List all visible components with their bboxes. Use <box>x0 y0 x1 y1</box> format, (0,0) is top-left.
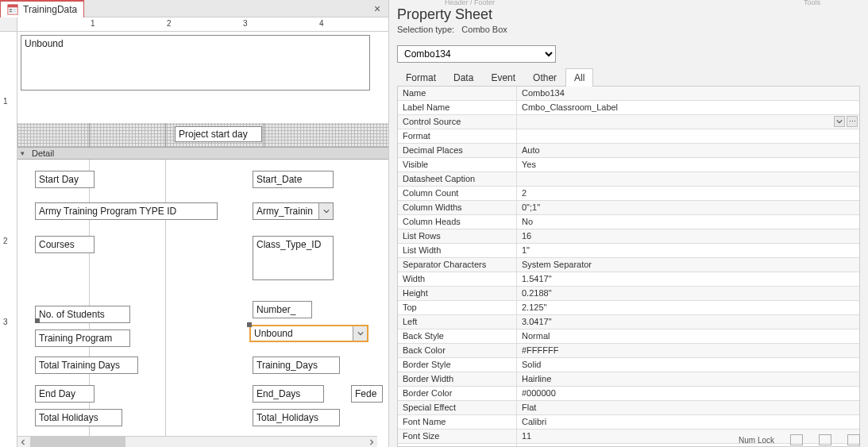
label-total-training-days[interactable]: Total Training Days <box>35 356 138 374</box>
label-no-students[interactable]: No. of Students <box>35 306 130 323</box>
horizontal-scrollbar[interactable] <box>17 436 377 447</box>
field-start-date[interactable]: Start_Date <box>253 171 334 188</box>
field-number[interactable]: Number_ <box>253 301 312 318</box>
property-row[interactable]: Decimal PlacesAuto <box>398 144 859 158</box>
resize-handle[interactable] <box>247 322 252 327</box>
close-tab-icon[interactable]: × <box>371 2 384 15</box>
property-value[interactable]: Normal <box>517 329 859 343</box>
property-row[interactable]: Border Color#000000 <box>398 387 859 401</box>
property-value[interactable]: Solid <box>517 358 859 372</box>
property-value[interactable]: ⋯ <box>517 115 859 129</box>
label-end-day[interactable]: End Day <box>35 385 95 403</box>
property-value[interactable]: Cmbo_Classroom_Label <box>517 101 859 114</box>
property-value[interactable]: Calibri <box>517 415 859 429</box>
view-icon-datasheet[interactable] <box>790 434 803 445</box>
view-icon-form[interactable] <box>819 434 831 445</box>
property-row[interactable]: Height0.2188" <box>398 287 859 301</box>
property-row[interactable]: Column HeadsNo <box>398 215 859 229</box>
label-start-day[interactable]: Start Day <box>35 171 95 188</box>
property-tab-other[interactable]: Other <box>524 68 565 87</box>
svg-rect-2 <box>10 9 13 10</box>
scroll-right-icon[interactable] <box>366 437 377 447</box>
property-row[interactable]: Border StyleSolid <box>398 358 859 372</box>
property-value[interactable]: 2 <box>517 187 859 200</box>
design-canvas[interactable]: Unbound Project start day ▾ Detail <box>17 32 388 447</box>
section-expand-icon[interactable]: ▾ <box>21 149 25 157</box>
object-selector-dropdown[interactable]: Combo134 <box>397 45 556 63</box>
label-training-program[interactable]: Training Program <box>35 329 130 347</box>
property-value[interactable]: Auto <box>517 144 859 157</box>
detail-section-bar[interactable]: ▾ Detail <box>17 147 388 160</box>
property-tab-format[interactable]: Format <box>397 68 445 87</box>
property-row[interactable]: Datasheet Caption <box>398 172 859 187</box>
property-row[interactable]: Font NameCalibri <box>398 415 859 430</box>
property-row[interactable]: List Width1" <box>398 244 859 258</box>
label-courses[interactable]: Courses <box>35 236 95 253</box>
property-row[interactable]: Special EffectFlat <box>398 401 859 415</box>
section-header-band[interactable]: Project start day <box>17 123 388 147</box>
property-value[interactable]: Hairline <box>517 372 859 386</box>
resize-handle[interactable] <box>35 318 40 323</box>
property-row[interactable]: Border WidthHairline <box>398 372 859 387</box>
detail-section[interactable]: Start Day Start_Date Army Training Progr… <box>17 160 388 436</box>
field-unbound-combo-selected[interactable]: Unbound <box>249 325 368 342</box>
property-tab-all[interactable]: All <box>565 68 593 87</box>
property-value[interactable]: Combo134 <box>517 87 859 100</box>
form-header-section[interactable]: Unbound <box>17 32 388 123</box>
vertical-ruler[interactable]: 1 2 3 <box>0 32 17 447</box>
dropdown-icon[interactable] <box>834 116 845 127</box>
field-army-training-combo[interactable]: Army_Trainin <box>253 202 334 220</box>
property-value[interactable]: Yes <box>517 158 859 171</box>
unbound-textbox-header[interactable]: Unbound <box>21 35 370 91</box>
property-value[interactable]: Flat <box>517 401 859 414</box>
property-grid[interactable]: NameCombo134Label NameCmbo_Classroom_Lab… <box>397 87 860 447</box>
property-row[interactable]: VisibleYes <box>398 158 859 172</box>
field-total-holidays[interactable]: Total_Holidays <box>253 409 340 426</box>
scrollbar-thumb[interactable] <box>30 437 125 447</box>
property-row[interactable]: Format <box>398 129 859 144</box>
property-value[interactable]: 1.5417" <box>517 272 859 286</box>
property-row[interactable]: Separator CharactersSystem Separator <box>398 258 859 272</box>
property-value[interactable]: #000000 <box>517 387 859 400</box>
property-row[interactable]: Width1.5417" <box>398 272 859 287</box>
property-value[interactable]: 2.125" <box>517 301 859 314</box>
property-value[interactable]: #FFFFFF <box>517 344 859 357</box>
scroll-left-icon[interactable] <box>17 437 29 447</box>
property-row[interactable]: Column Widths0";1" <box>398 201 859 215</box>
field-class-type-id[interactable]: Class_Type_ID <box>253 236 334 280</box>
ruler-corner[interactable] <box>0 17 17 32</box>
view-icon-layout[interactable] <box>847 434 860 445</box>
property-value[interactable]: 3.0417" <box>517 315 859 329</box>
label-total-holidays[interactable]: Total Holidays <box>35 409 122 426</box>
property-row[interactable]: Back Color#FFFFFF <box>398 344 859 358</box>
property-tab-event[interactable]: Event <box>482 68 524 87</box>
horizontal-ruler[interactable]: 1 2 3 4 <box>17 17 388 32</box>
property-value[interactable]: 16 <box>517 229 859 243</box>
property-value[interactable]: 0.2188" <box>517 287 859 300</box>
property-row[interactable]: NameCombo134 <box>398 87 859 101</box>
builder-button-icon[interactable]: ⋯ <box>847 116 858 127</box>
property-row[interactable]: Label NameCmbo_Classroom_Label <box>398 101 859 115</box>
property-row[interactable]: List Rows16 <box>398 229 859 244</box>
form-design-surface[interactable]: Controls 1 2 3 4 1 2 3 Unbound <box>0 17 388 447</box>
field-fede-partial[interactable]: Fede <box>351 385 383 403</box>
property-row[interactable]: Column Count2 <box>398 187 859 201</box>
dropdown-icon[interactable] <box>353 326 367 341</box>
field-training-days[interactable]: Training_Days <box>253 356 340 374</box>
label-army-type[interactable]: Army Training Program TYPE ID <box>35 202 218 220</box>
label-project-start-day[interactable]: Project start day <box>175 126 262 142</box>
field-end-days[interactable]: End_Days <box>253 385 324 403</box>
property-value[interactable]: No <box>517 215 859 229</box>
property-row[interactable]: Left3.0417" <box>398 315 859 329</box>
property-value[interactable]: 1" <box>517 244 859 257</box>
property-value[interactable]: 0";1" <box>517 201 859 214</box>
property-row[interactable]: Back StyleNormal <box>398 329 859 344</box>
document-tab[interactable]: TrainingData <box>0 0 84 17</box>
dropdown-icon[interactable] <box>318 203 333 219</box>
property-value[interactable] <box>517 129 859 143</box>
property-row[interactable]: Top2.125" <box>398 301 859 315</box>
property-row[interactable]: Control Source⋯ <box>398 115 859 129</box>
property-value[interactable]: System Separator <box>517 258 859 272</box>
property-value[interactable] <box>517 172 859 186</box>
property-tab-data[interactable]: Data <box>445 68 482 87</box>
